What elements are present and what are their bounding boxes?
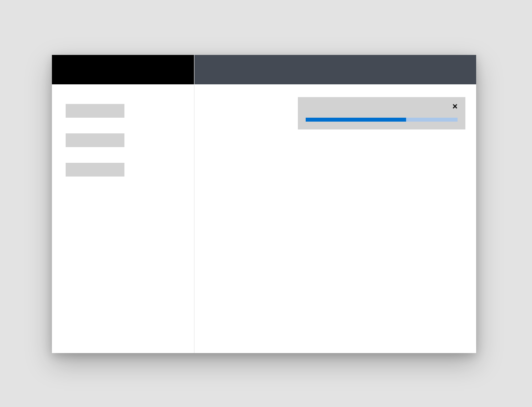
progress-toast: × <box>298 97 465 129</box>
progress-bar-fill <box>306 118 406 122</box>
progress-bar <box>306 118 458 122</box>
sidebar-item[interactable] <box>66 163 124 177</box>
main-body: × <box>194 84 476 353</box>
app-window: × <box>52 55 476 353</box>
sidebar-body <box>52 84 194 353</box>
main-header <box>194 55 476 84</box>
toast-header: × <box>306 102 458 114</box>
close-icon[interactable]: × <box>448 102 458 111</box>
sidebar-item[interactable] <box>66 104 124 118</box>
sidebar-header <box>52 55 194 84</box>
main-panel: × <box>194 55 476 353</box>
sidebar-item[interactable] <box>66 133 124 147</box>
sidebar <box>52 55 194 353</box>
